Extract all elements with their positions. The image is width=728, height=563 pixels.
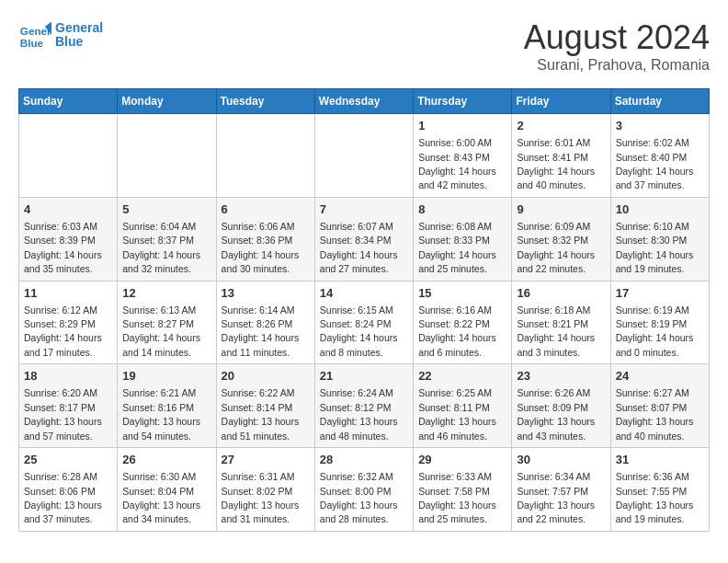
day-info: Sunrise: 6:13 AM Sunset: 8:27 PM Dayligh… <box>122 304 200 358</box>
logo-line1: General <box>55 21 103 35</box>
day-number: 6 <box>222 201 310 218</box>
calendar-week-5: 25Sunrise: 6:28 AM Sunset: 8:06 PM Dayli… <box>19 448 710 532</box>
day-info: Sunrise: 6:08 AM Sunset: 8:33 PM Dayligh… <box>418 221 496 274</box>
day-number: 4 <box>24 201 112 218</box>
day-number: 11 <box>24 285 112 302</box>
calendar-cell <box>314 114 413 198</box>
day-info: Sunrise: 6:09 AM Sunset: 8:32 PM Dayligh… <box>517 221 595 274</box>
day-info: Sunrise: 6:19 AM Sunset: 8:19 PM Dayligh… <box>616 304 694 358</box>
day-number: 2 <box>517 118 605 134</box>
day-info: Sunrise: 6:10 AM Sunset: 8:30 PM Dayligh… <box>616 221 694 274</box>
calendar-cell: 8Sunrise: 6:08 AM Sunset: 8:33 PM Daylig… <box>414 197 512 281</box>
calendar-cell: 20Sunrise: 6:22 AM Sunset: 8:14 PM Dayli… <box>216 364 314 448</box>
day-number: 9 <box>517 201 605 218</box>
calendar-cell: 25Sunrise: 6:28 AM Sunset: 8:06 PM Dayli… <box>19 448 118 532</box>
day-number: 25 <box>24 452 112 468</box>
calendar-table: SundayMondayTuesdayWednesdayThursdayFrid… <box>18 88 710 532</box>
day-number: 5 <box>122 201 210 218</box>
day-number: 10 <box>616 201 704 218</box>
weekday-header-saturday: Saturday <box>610 89 709 114</box>
calendar-cell: 17Sunrise: 6:19 AM Sunset: 8:19 PM Dayli… <box>610 281 709 364</box>
header: General Blue General Blue August 2024 Su… <box>18 18 710 74</box>
weekday-header-row: SundayMondayTuesdayWednesdayThursdayFrid… <box>19 89 710 114</box>
day-info: Sunrise: 6:30 AM Sunset: 8:04 PM Dayligh… <box>122 471 200 524</box>
calendar-cell: 28Sunrise: 6:32 AM Sunset: 8:00 PM Dayli… <box>314 448 413 532</box>
calendar-cell: 11Sunrise: 6:12 AM Sunset: 8:29 PM Dayli… <box>19 281 118 364</box>
calendar-cell: 23Sunrise: 6:26 AM Sunset: 8:09 PM Dayli… <box>512 364 610 448</box>
calendar-cell: 4Sunrise: 6:03 AM Sunset: 8:39 PM Daylig… <box>19 197 118 281</box>
calendar-cell: 12Sunrise: 6:13 AM Sunset: 8:27 PM Dayli… <box>118 281 216 364</box>
day-info: Sunrise: 6:18 AM Sunset: 8:21 PM Dayligh… <box>517 304 595 358</box>
day-info: Sunrise: 6:12 AM Sunset: 8:29 PM Dayligh… <box>24 304 102 358</box>
calendar-cell: 9Sunrise: 6:09 AM Sunset: 8:32 PM Daylig… <box>512 197 610 281</box>
day-info: Sunrise: 6:31 AM Sunset: 8:02 PM Dayligh… <box>222 471 300 524</box>
logo-line2: Blue <box>55 35 103 49</box>
svg-text:Blue: Blue <box>20 37 44 49</box>
day-number: 13 <box>222 285 310 302</box>
calendar-cell: 14Sunrise: 6:15 AM Sunset: 8:24 PM Dayli… <box>314 281 413 364</box>
calendar-cell: 7Sunrise: 6:07 AM Sunset: 8:34 PM Daylig… <box>314 197 413 281</box>
day-info: Sunrise: 6:36 AM Sunset: 7:55 PM Dayligh… <box>616 471 694 524</box>
day-number: 28 <box>320 452 408 468</box>
calendar-week-2: 4Sunrise: 6:03 AM Sunset: 8:39 PM Daylig… <box>19 197 710 281</box>
calendar-cell: 26Sunrise: 6:30 AM Sunset: 8:04 PM Dayli… <box>118 448 216 532</box>
day-number: 1 <box>418 118 506 134</box>
weekday-header-thursday: Thursday <box>414 89 512 114</box>
page-title: August 2024 <box>524 18 710 57</box>
title-area: August 2024 Surani, Prahova, Romania <box>524 18 710 74</box>
day-info: Sunrise: 6:27 AM Sunset: 8:07 PM Dayligh… <box>616 387 694 441</box>
day-info: Sunrise: 6:15 AM Sunset: 8:24 PM Dayligh… <box>320 304 398 358</box>
calendar-cell: 15Sunrise: 6:16 AM Sunset: 8:22 PM Dayli… <box>414 281 512 364</box>
day-info: Sunrise: 6:34 AM Sunset: 7:57 PM Dayligh… <box>517 471 595 524</box>
weekday-header-monday: Monday <box>118 89 216 114</box>
calendar-cell: 10Sunrise: 6:10 AM Sunset: 8:30 PM Dayli… <box>610 197 709 281</box>
calendar-cell: 29Sunrise: 6:33 AM Sunset: 7:58 PM Dayli… <box>414 448 512 532</box>
calendar-cell: 22Sunrise: 6:25 AM Sunset: 8:11 PM Dayli… <box>414 364 512 448</box>
day-number: 23 <box>517 368 605 385</box>
calendar-cell: 16Sunrise: 6:18 AM Sunset: 8:21 PM Dayli… <box>512 281 610 364</box>
weekday-header-tuesday: Tuesday <box>216 89 314 114</box>
calendar-cell: 3Sunrise: 6:02 AM Sunset: 8:40 PM Daylig… <box>610 114 709 198</box>
calendar-cell <box>118 114 216 198</box>
day-number: 8 <box>418 201 506 218</box>
calendar-cell: 21Sunrise: 6:24 AM Sunset: 8:12 PM Dayli… <box>314 364 413 448</box>
calendar-cell: 6Sunrise: 6:06 AM Sunset: 8:36 PM Daylig… <box>216 197 314 281</box>
calendar-week-3: 11Sunrise: 6:12 AM Sunset: 8:29 PM Dayli… <box>19 281 710 364</box>
day-info: Sunrise: 6:20 AM Sunset: 8:17 PM Dayligh… <box>24 387 102 441</box>
day-info: Sunrise: 6:28 AM Sunset: 8:06 PM Dayligh… <box>24 471 102 524</box>
calendar-cell <box>216 114 314 198</box>
calendar-cell: 30Sunrise: 6:34 AM Sunset: 7:57 PM Dayli… <box>512 448 610 532</box>
day-info: Sunrise: 6:04 AM Sunset: 8:37 PM Dayligh… <box>122 221 200 274</box>
day-number: 12 <box>122 285 210 302</box>
weekday-header-sunday: Sunday <box>19 89 118 114</box>
day-number: 17 <box>616 285 704 302</box>
day-info: Sunrise: 6:32 AM Sunset: 8:00 PM Dayligh… <box>320 471 398 524</box>
day-info: Sunrise: 6:26 AM Sunset: 8:09 PM Dayligh… <box>517 387 595 441</box>
day-info: Sunrise: 6:00 AM Sunset: 8:43 PM Dayligh… <box>418 137 496 190</box>
day-number: 30 <box>517 452 605 468</box>
day-number: 29 <box>418 452 506 468</box>
day-number: 22 <box>418 368 506 385</box>
page-subtitle: Surani, Prahova, Romania <box>524 57 710 74</box>
day-number: 3 <box>616 118 704 134</box>
calendar-week-1: 1Sunrise: 6:00 AM Sunset: 8:43 PM Daylig… <box>19 114 710 198</box>
day-info: Sunrise: 6:14 AM Sunset: 8:26 PM Dayligh… <box>222 304 300 358</box>
weekday-header-friday: Friday <box>512 89 610 114</box>
calendar-cell: 1Sunrise: 6:00 AM Sunset: 8:43 PM Daylig… <box>414 114 512 198</box>
day-number: 16 <box>517 285 605 302</box>
day-number: 27 <box>222 452 310 468</box>
day-number: 31 <box>616 452 704 468</box>
day-info: Sunrise: 6:16 AM Sunset: 8:22 PM Dayligh… <box>418 304 496 358</box>
day-info: Sunrise: 6:02 AM Sunset: 8:40 PM Dayligh… <box>616 137 694 190</box>
weekday-header-wednesday: Wednesday <box>314 89 413 114</box>
logo: General Blue General Blue <box>18 18 103 52</box>
calendar-week-4: 18Sunrise: 6:20 AM Sunset: 8:17 PM Dayli… <box>19 364 710 448</box>
calendar-cell: 24Sunrise: 6:27 AM Sunset: 8:07 PM Dayli… <box>610 364 709 448</box>
day-number: 19 <box>122 368 210 385</box>
day-info: Sunrise: 6:24 AM Sunset: 8:12 PM Dayligh… <box>320 387 398 441</box>
day-info: Sunrise: 6:25 AM Sunset: 8:11 PM Dayligh… <box>418 387 496 441</box>
day-number: 7 <box>320 201 408 218</box>
day-info: Sunrise: 6:06 AM Sunset: 8:36 PM Dayligh… <box>222 221 300 274</box>
day-number: 24 <box>616 368 704 385</box>
day-number: 15 <box>418 285 506 302</box>
